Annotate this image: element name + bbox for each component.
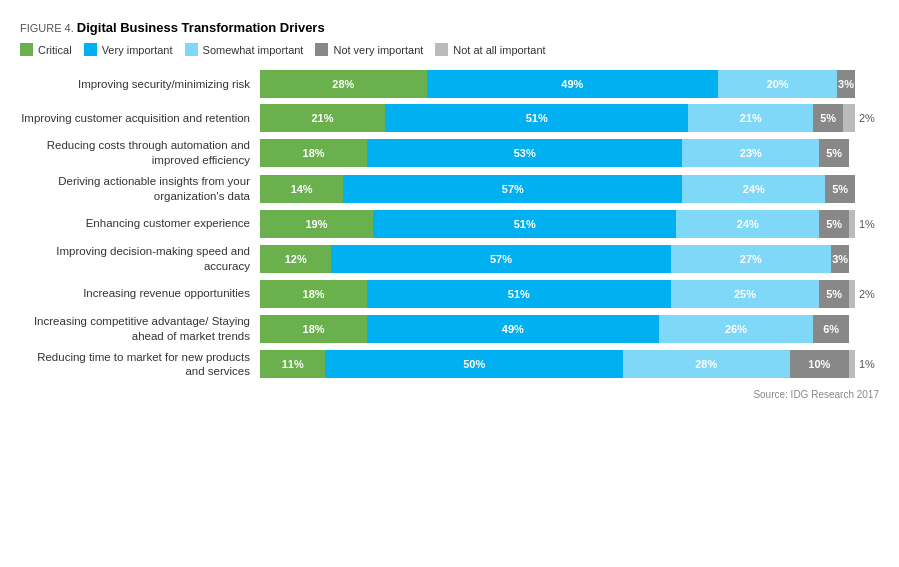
bar-segment-somewhat-important: 28%: [623, 350, 790, 378]
legend-item-not-at-all: Not at all important: [435, 43, 545, 56]
after-label: 2%: [859, 112, 879, 124]
bar-segment-critical: 21%: [260, 104, 385, 132]
bar-container: 28%49%20%3%: [260, 70, 855, 98]
bar-container: 12%57%27%3%: [260, 245, 855, 273]
chart-row: Reducing costs through automation and im…: [20, 138, 879, 168]
after-label: 2%: [859, 288, 879, 300]
bar-segment-somewhat-important: 24%: [682, 175, 825, 203]
chart-row: Enhancing customer experience19%51%24%5%…: [20, 210, 879, 238]
bar-container: 18%49%26%6%: [260, 315, 855, 343]
row-label: Improving security/minimizing risk: [20, 77, 260, 92]
bar-container: 14%57%24%5%: [260, 175, 855, 203]
row-label: Increasing competitive advantage/ Stayin…: [20, 314, 260, 344]
bar-segment-not-at-all: [843, 104, 855, 132]
bar-segment-somewhat-important: 20%: [718, 70, 837, 98]
bar-segment-very-important: 49%: [427, 70, 719, 98]
bar-segment-not-at-all: [849, 280, 855, 308]
row-label: Deriving actionable insights from your o…: [20, 174, 260, 204]
legend-label-not-at-all: Not at all important: [453, 44, 545, 56]
legend-color-somewhat-important: [185, 43, 198, 56]
bar-segment-somewhat-important: 26%: [659, 315, 814, 343]
bar-segment-not-very-important: 5%: [819, 280, 849, 308]
legend-color-not-very-important: [315, 43, 328, 56]
row-label: Reducing costs through automation and im…: [20, 138, 260, 168]
bar-segment-critical: 18%: [260, 315, 367, 343]
chart-row: Improving customer acquisition and reten…: [20, 104, 879, 132]
bar-segment-critical: 19%: [260, 210, 373, 238]
bar-segment-somewhat-important: 25%: [671, 280, 820, 308]
bar-segment-somewhat-important: 23%: [682, 139, 819, 167]
figure-label: FIGURE 4. Digital Business Transformatio…: [20, 20, 879, 35]
bar-segment-very-important: 50%: [325, 350, 623, 378]
row-label: Reducing time to market for new products…: [20, 350, 260, 380]
bar-segment-very-important: 51%: [373, 210, 676, 238]
chart-row: Improving decision-making speed and accu…: [20, 244, 879, 274]
bar-segment-somewhat-important: 21%: [688, 104, 813, 132]
bar-container: 21%51%21%5%: [260, 104, 855, 132]
legend: Critical Very important Somewhat importa…: [20, 43, 879, 56]
bar-segment-not-very-important: 5%: [825, 175, 855, 203]
bar-container: 18%51%25%5%: [260, 280, 855, 308]
row-label: Improving customer acquisition and reten…: [20, 111, 260, 126]
bar-segment-somewhat-important: 27%: [671, 245, 832, 273]
bar-segment-critical: 18%: [260, 280, 367, 308]
row-label: Improving decision-making speed and accu…: [20, 244, 260, 274]
bar-container: 19%51%24%5%: [260, 210, 855, 238]
source: Source: IDG Research 2017: [20, 389, 879, 400]
bar-segment-critical: 12%: [260, 245, 331, 273]
row-label: Enhancing customer experience: [20, 216, 260, 231]
chart-row: Increasing revenue opportunities18%51%25…: [20, 280, 879, 308]
bar-segment-not-at-all: [849, 350, 855, 378]
legend-label-critical: Critical: [38, 44, 72, 56]
legend-label-somewhat-important: Somewhat important: [203, 44, 304, 56]
bar-segment-not-very-important: 3%: [831, 245, 849, 273]
bar-segment-critical: 18%: [260, 139, 367, 167]
bar-segment-not-very-important: 5%: [819, 210, 849, 238]
bar-segment-not-very-important: 3%: [837, 70, 855, 98]
bar-segment-not-at-all: [849, 210, 855, 238]
chart-row: Increasing competitive advantage/ Stayin…: [20, 314, 879, 344]
legend-item-critical: Critical: [20, 43, 72, 56]
chart-row: Reducing time to market for new products…: [20, 350, 879, 380]
bar-segment-not-very-important: 10%: [790, 350, 850, 378]
bar-segment-critical: 11%: [260, 350, 325, 378]
bar-segment-somewhat-important: 24%: [676, 210, 819, 238]
legend-color-not-at-all: [435, 43, 448, 56]
legend-item-somewhat-important: Somewhat important: [185, 43, 304, 56]
bar-container: 18%53%23%5%: [260, 139, 855, 167]
bar-segment-very-important: 49%: [367, 315, 659, 343]
after-label: 1%: [859, 218, 879, 230]
legend-item-very-important: Very important: [84, 43, 173, 56]
row-label: Increasing revenue opportunities: [20, 286, 260, 301]
bar-container: 11%50%28%10%: [260, 350, 855, 378]
bar-segment-very-important: 53%: [367, 139, 682, 167]
bar-segment-very-important: 51%: [367, 280, 670, 308]
legend-item-not-very-important: Not very important: [315, 43, 423, 56]
bar-segment-very-important: 51%: [385, 104, 688, 132]
chart-row: Deriving actionable insights from your o…: [20, 174, 879, 204]
bar-segment-not-very-important: 5%: [819, 139, 849, 167]
bar-segment-not-very-important: 5%: [813, 104, 843, 132]
bar-segment-critical: 28%: [260, 70, 427, 98]
legend-color-very-important: [84, 43, 97, 56]
bar-segment-very-important: 57%: [331, 245, 670, 273]
bar-segment-very-important: 57%: [343, 175, 682, 203]
chart-row: Improving security/minimizing risk28%49%…: [20, 70, 879, 98]
bar-segment-not-very-important: 6%: [813, 315, 849, 343]
legend-label-very-important: Very important: [102, 44, 173, 56]
bar-segment-critical: 14%: [260, 175, 343, 203]
after-label: 1%: [859, 358, 879, 370]
chart-area: Improving security/minimizing risk28%49%…: [20, 70, 879, 379]
legend-color-critical: [20, 43, 33, 56]
legend-label-not-very-important: Not very important: [333, 44, 423, 56]
